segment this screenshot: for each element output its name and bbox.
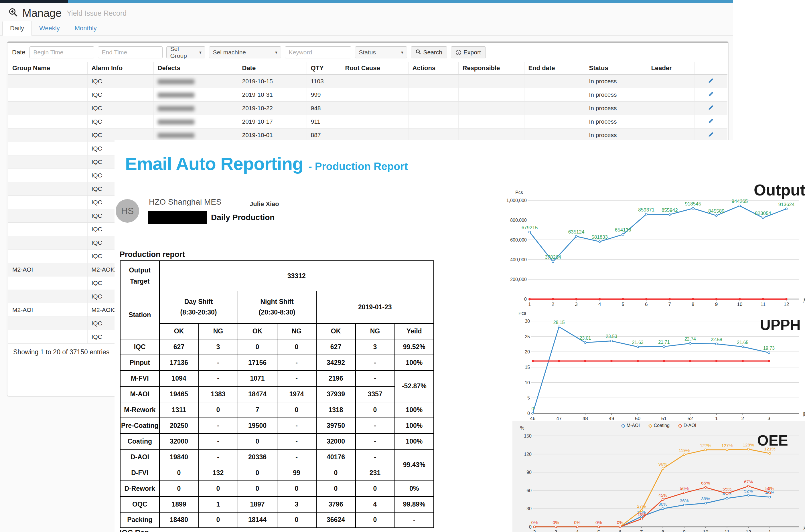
cell (8, 236, 87, 250)
svg-text:823054: 823054 (755, 211, 771, 216)
cell (458, 88, 524, 101)
value-cell: - (199, 418, 238, 434)
column-header: Root Cause (341, 62, 408, 74)
svg-text:11: 11 (725, 529, 730, 532)
pencil-icon (708, 105, 714, 112)
cell (8, 330, 87, 344)
svg-text:3: 3 (555, 529, 557, 532)
svg-text:30: 30 (525, 319, 530, 324)
value-cell: 99 (277, 465, 316, 481)
table-row: Station Day Shift (8:30-20:30) Night Shi… (120, 291, 434, 323)
cell (8, 169, 87, 182)
blurred-text (158, 79, 194, 84)
machine-select[interactable]: Sel machine ▼ (209, 46, 281, 58)
station-cell: Coating (120, 434, 160, 449)
value-cell: 1383 (199, 386, 238, 402)
svg-text:635124: 635124 (568, 229, 584, 235)
svg-text:120: 120 (524, 452, 531, 457)
production-report-heading: Production report (120, 250, 185, 259)
value-cell: 0 (160, 465, 199, 481)
value-cell: 1311 (160, 402, 199, 418)
keyword-input[interactable] (285, 46, 351, 58)
cell (8, 290, 87, 303)
station-header: Station (120, 291, 160, 339)
subheader-cell: OK (316, 323, 356, 339)
svg-text:60: 60 (526, 488, 531, 493)
yield-cell: 99.43% (395, 449, 434, 481)
svg-text:9: 9 (715, 302, 718, 307)
value-cell: 32000 (316, 434, 356, 449)
edit-button[interactable] (708, 132, 714, 139)
cell (8, 250, 87, 263)
svg-text:20: 20 (525, 349, 530, 354)
value-cell: 0 (277, 512, 316, 528)
subheader-cell: OK (160, 323, 199, 339)
value-cell: 0 (316, 481, 356, 496)
svg-text:15: 15 (525, 365, 530, 370)
search-button[interactable]: Search (411, 46, 447, 58)
value-cell: 3357 (356, 386, 395, 402)
value-cell: 3 (199, 339, 238, 355)
cell (8, 115, 87, 129)
cell (341, 115, 408, 129)
value-cell: 19840 (160, 449, 199, 465)
svg-text:月: 月 (803, 298, 805, 303)
value-cell: 3796 (316, 496, 356, 512)
table-row: IQC2019-10-151103In process (8, 74, 727, 88)
cell: 2019-10-17 (238, 115, 306, 129)
value-cell: 18480 (160, 512, 199, 528)
edit-cell (694, 88, 727, 101)
value-cell: 1897 (238, 496, 277, 512)
edit-button[interactable] (708, 78, 714, 85)
search-icon (416, 49, 421, 56)
cell (8, 277, 87, 290)
tab-daily[interactable]: Daily (2, 21, 32, 36)
column-header: Responsible (458, 62, 524, 74)
svg-text:90: 90 (526, 470, 531, 475)
value-cell: 0 (277, 481, 316, 496)
svg-text:56%: 56% (765, 486, 774, 491)
table-row: OQC18991189733796499.89% (120, 496, 434, 512)
value-cell: - (356, 370, 395, 386)
value-cell: 0 (356, 402, 395, 418)
station-cell: D-FVI (120, 465, 160, 481)
cell (647, 115, 694, 129)
cell: 999 (306, 88, 341, 101)
cell (458, 101, 524, 115)
svg-text:月: 月 (803, 526, 805, 531)
tab-weekly[interactable]: Weekly (32, 21, 67, 36)
tab-bar: DailyWeeklyMonthly (0, 21, 733, 36)
edit-button[interactable] (708, 119, 714, 125)
search-button-label: Search (423, 49, 442, 56)
value-cell: 0 (238, 339, 277, 355)
tab-monthly[interactable]: Monthly (67, 21, 104, 36)
redacted-text-block (148, 211, 207, 224)
end-time-input[interactable] (98, 46, 163, 58)
svg-text:23.01: 23.01 (579, 336, 591, 341)
group-select[interactable]: Sel Group ▼ (166, 46, 205, 58)
cell (524, 101, 585, 115)
status-select[interactable]: Status ▼ (355, 46, 407, 58)
cell: IQC (87, 88, 153, 101)
svg-text:581833: 581833 (592, 234, 608, 240)
cell (8, 101, 87, 115)
value-cell: 17156 (238, 355, 277, 370)
value-cell: - (277, 434, 316, 449)
begin-time-input[interactable] (30, 46, 94, 58)
value-cell: 1071 (238, 370, 277, 386)
table-subheader-row: OKNGOKNGOKNGYeild (120, 323, 434, 339)
svg-text:1,000,000: 1,000,000 (506, 198, 527, 203)
svg-text:679215: 679215 (522, 225, 538, 230)
svg-text:22.74: 22.74 (685, 337, 696, 341)
edit-button[interactable] (708, 92, 714, 98)
table-row: Coating32000-0-32000-100% (120, 434, 434, 449)
station-cell: OQC (120, 496, 160, 512)
edit-cell (694, 115, 727, 129)
cell (8, 317, 87, 330)
pencil-icon (708, 119, 714, 125)
value-cell: 20250 (160, 418, 199, 434)
edit-button[interactable] (708, 105, 714, 112)
cell (8, 74, 87, 88)
export-button[interactable]: ↓ Export (451, 46, 486, 58)
value-cell: 1318 (316, 402, 356, 418)
